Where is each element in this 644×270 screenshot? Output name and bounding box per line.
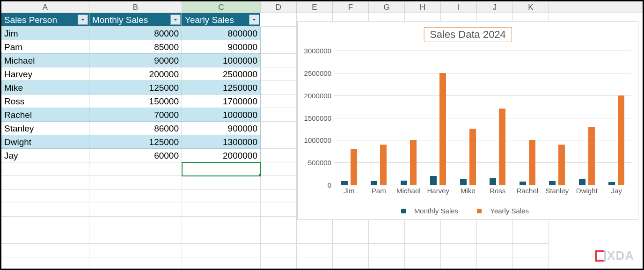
cell[interactable] (297, 230, 333, 244)
cell[interactable] (441, 230, 477, 244)
cell[interactable] (261, 162, 297, 176)
cell-monthly[interactable]: 150000 (89, 95, 182, 108)
cell[interactable] (89, 257, 182, 270)
cell[interactable] (261, 81, 297, 95)
cell[interactable] (405, 257, 441, 270)
cell[interactable] (261, 257, 297, 270)
bar-monthly[interactable] (460, 179, 467, 185)
bar-yearly[interactable] (380, 145, 387, 185)
cell-yearly[interactable]: 1000000 (182, 54, 261, 67)
selected-cell[interactable] (182, 162, 261, 176)
cell-person[interactable]: Ross (1, 95, 89, 108)
cell-person[interactable]: Pam (1, 40, 89, 54)
cell[interactable] (182, 176, 261, 190)
cell-person[interactable]: Michael (1, 54, 89, 67)
col-head-E[interactable]: E (297, 1, 333, 13)
cell-yearly[interactable]: 2000000 (182, 149, 261, 162)
header-monthly-sales[interactable]: Monthly Sales (89, 13, 182, 27)
cell-yearly[interactable]: 1250000 (182, 81, 261, 95)
cell[interactable] (333, 257, 369, 270)
cell[interactable] (477, 230, 513, 244)
bar-monthly[interactable] (401, 181, 407, 185)
bar-yearly[interactable] (351, 149, 357, 185)
col-head-I[interactable]: I (441, 1, 477, 13)
bar-yearly[interactable] (618, 95, 624, 185)
cell[interactable] (333, 230, 369, 244)
cell[interactable] (89, 230, 182, 244)
col-head-F[interactable]: F (333, 1, 369, 13)
filter-dropdown-icon[interactable] (249, 15, 259, 25)
cell[interactable] (1, 203, 89, 217)
col-head-C[interactable]: C (182, 1, 261, 13)
cell[interactable] (89, 217, 182, 230)
cell[interactable] (89, 203, 182, 217)
cell[interactable] (1, 244, 89, 257)
cell[interactable] (261, 27, 297, 40)
cell-monthly[interactable]: 80000 (89, 27, 182, 40)
cell[interactable] (261, 149, 297, 162)
bar-monthly[interactable] (371, 181, 377, 185)
cell[interactable] (89, 244, 182, 257)
cell[interactable] (261, 122, 297, 135)
chart-plot-area[interactable]: 0500000100000015000002000000250000030000… (334, 51, 631, 185)
bar-monthly[interactable] (341, 181, 348, 185)
cell[interactable] (261, 40, 297, 54)
cell[interactable] (369, 257, 405, 270)
cell[interactable] (261, 108, 297, 122)
cell[interactable] (441, 244, 477, 257)
col-head-B[interactable]: B (89, 1, 182, 13)
bar-monthly[interactable] (579, 179, 585, 185)
header-sales-person[interactable]: Sales Person (1, 13, 89, 27)
cell[interactable] (297, 257, 333, 270)
cell[interactable] (182, 190, 261, 203)
filter-dropdown-icon[interactable] (170, 15, 181, 25)
cell[interactable] (261, 54, 297, 67)
cell-monthly[interactable]: 125000 (89, 135, 182, 149)
bar-monthly[interactable] (490, 178, 496, 185)
bar-monthly[interactable] (549, 181, 556, 185)
cell-monthly[interactable]: 70000 (89, 108, 182, 122)
cell-person[interactable]: Rachel (1, 108, 89, 122)
embedded-chart[interactable]: Sales Data 2024 050000010000001500000200… (297, 21, 638, 220)
col-head-G[interactable]: G (369, 1, 405, 13)
bar-monthly[interactable] (430, 176, 437, 185)
cell-monthly[interactable]: 60000 (89, 149, 182, 162)
bar-yearly[interactable] (499, 109, 505, 185)
cell-yearly[interactable]: 800000 (182, 27, 261, 40)
cell-yearly[interactable]: 900000 (182, 40, 261, 54)
cell[interactable] (513, 257, 549, 270)
cell[interactable] (261, 176, 297, 190)
cell-monthly[interactable]: 86000 (89, 122, 182, 135)
cell[interactable] (261, 67, 297, 81)
cell[interactable] (182, 257, 261, 270)
cell[interactable] (477, 244, 513, 257)
cell[interactable] (261, 190, 297, 203)
bar-yearly[interactable] (469, 129, 476, 185)
filter-dropdown-icon[interactable] (78, 15, 88, 25)
cell-monthly[interactable]: 85000 (89, 40, 182, 54)
cell[interactable] (405, 230, 441, 244)
cell-yearly[interactable]: 1000000 (182, 108, 261, 122)
bar-yearly[interactable] (558, 145, 565, 185)
cell-yearly[interactable]: 2500000 (182, 67, 261, 81)
bar-yearly[interactable] (410, 140, 417, 185)
cell[interactable] (261, 230, 297, 244)
col-head-A[interactable]: A (1, 1, 89, 13)
bar-yearly[interactable] (529, 140, 535, 185)
cell[interactable] (513, 230, 549, 244)
col-head-K[interactable]: K (513, 1, 549, 13)
cell[interactable] (261, 203, 297, 217)
bar-yearly[interactable] (588, 127, 595, 185)
cell[interactable] (1, 190, 89, 203)
cell[interactable] (182, 203, 261, 217)
chart-legend[interactable]: Monthly Sales Yearly Sales (298, 207, 638, 215)
cell-monthly[interactable]: 200000 (89, 67, 182, 81)
cell[interactable] (261, 217, 297, 230)
cell[interactable] (261, 135, 297, 149)
cell[interactable] (1, 217, 89, 230)
cell-yearly[interactable]: 1300000 (182, 135, 261, 149)
cell[interactable] (261, 244, 297, 257)
cell-monthly[interactable]: 125000 (89, 81, 182, 95)
cell[interactable] (369, 244, 405, 257)
cell-person[interactable]: Harvey (1, 67, 89, 81)
